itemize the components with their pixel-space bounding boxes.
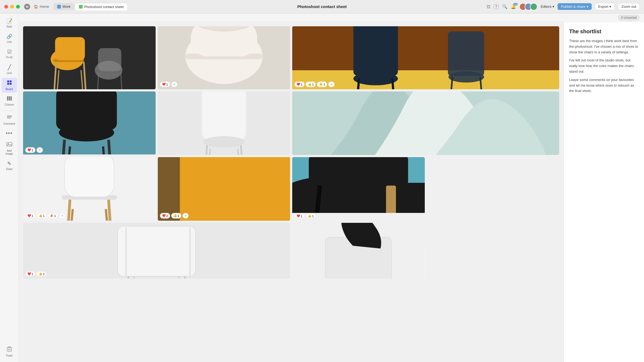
sidebar-item-board-label: Board (6, 88, 13, 91)
image-card-6[interactable] (292, 91, 559, 155)
sidebar-item-todo[interactable]: ☑ To-do (2, 47, 17, 61)
more-icon: ••• (6, 131, 13, 136)
reaction-bar-7: ❤️ 1 👍 1 🎉 1 + (25, 213, 65, 219)
svg-point-41 (353, 72, 398, 85)
reaction-bar-4: ❤️ 1 + (25, 147, 43, 153)
image-placeholder-1 (23, 26, 156, 89)
reaction-add-4[interactable]: + (36, 147, 43, 153)
unsorted-badge: 0 Unsorted (618, 15, 640, 20)
reaction-clap-3[interactable]: 👏 1 (317, 82, 327, 87)
help-icon[interactable]: ? (493, 4, 499, 9)
reaction-heart-7[interactable]: ❤️ 1 (25, 213, 35, 219)
reaction-add-7[interactable]: + (59, 213, 65, 219)
notifications-icon[interactable]: 🔔 21 (511, 4, 516, 9)
app-icon: M (24, 4, 30, 10)
sidebar-item-link[interactable]: 🔗 Link (2, 31, 17, 46)
reaction-thumb-7[interactable]: 👍 1 (36, 213, 47, 219)
tab-home[interactable]: 🏠 Home (30, 3, 53, 10)
svg-rect-3 (10, 83, 12, 85)
image-card-11[interactable] (292, 223, 425, 279)
publish-share-button[interactable]: Publish & share ▾ (558, 3, 591, 10)
column-icon (7, 96, 12, 102)
reaction-heart-8[interactable]: ❤️ 2 (160, 213, 170, 219)
sidebar-item-note-label: Note (6, 25, 12, 28)
svg-point-65 (203, 136, 245, 147)
svg-rect-0 (7, 80, 9, 82)
reaction-add-8[interactable]: + (182, 213, 189, 219)
reaction-thumb-3[interactable]: 👍 1 (306, 82, 316, 87)
reaction-heart-4[interactable]: ❤️ 1 (25, 147, 35, 153)
export-button[interactable]: Export ▾ (595, 3, 615, 10)
image-card-1[interactable] (23, 26, 156, 89)
device-icon[interactable]: ⊡ (487, 4, 490, 9)
titlebar-actions: ⊡ ? 🔍 🔔 21 Editors ▾ Publish & share ▾ E… (487, 3, 640, 10)
tab-home-label: Home (40, 5, 49, 9)
editors-chevron-icon: ▾ (552, 5, 554, 9)
image-placeholder-10 (23, 223, 290, 279)
sidebar-item-board[interactable]: Board (2, 78, 17, 93)
reaction-add-2[interactable]: + (171, 82, 178, 87)
minimize-button[interactable] (10, 5, 14, 9)
image-placeholder-6 (292, 91, 559, 155)
svg-rect-83 (118, 226, 195, 276)
sidebar-item-line-label: Line (7, 72, 12, 75)
reaction-heart-2[interactable]: ❤️ 1 (160, 82, 170, 87)
reaction-add-3[interactable]: + (328, 82, 335, 87)
sidebar-item-draw[interactable]: ✎ Draw (2, 158, 17, 173)
sidebar-item-line[interactable]: ╱ Line (2, 62, 17, 77)
close-button[interactable] (4, 5, 8, 9)
reaction-bar-9: ❤️ 1 👍 1 (294, 213, 316, 219)
reaction-thumb-9[interactable]: 👍 1 (306, 213, 316, 219)
tab-photoshoot[interactable]: Photoshoot contact sheet (75, 3, 128, 10)
reaction-heart-9[interactable]: ❤️ 1 (294, 213, 305, 219)
content-area: 0 Unsorted (19, 13, 644, 362)
image-placeholder-9 (292, 157, 425, 213)
zoom-out-button[interactable]: Zoom out (618, 3, 640, 10)
sidebar-item-trash[interactable]: Trash (2, 344, 17, 359)
sidebar-item-column[interactable]: Column (2, 94, 17, 108)
sidebar-item-comment[interactable]: Comment (2, 113, 17, 127)
image-placeholder-7 (23, 157, 156, 221)
image-card-7[interactable]: ❤️ 1 👍 1 🎉 1 + (23, 157, 156, 221)
image-card-3[interactable]: ❤️ 1 👍 1 👏 1 + (292, 26, 559, 89)
image-card-8[interactable]: ❤️ 2 👍 1 + (158, 157, 290, 221)
sidebar-item-note[interactable]: 📝 Note (2, 16, 17, 30)
image-card-2[interactable]: ❤️ 1 + (158, 26, 290, 89)
tab-work[interactable]: Work (53, 3, 74, 10)
reaction-heart-3[interactable]: ❤️ 1 (294, 82, 305, 87)
sidebar-item-draw-label: Draw (6, 168, 12, 171)
image-grid-panel: ❤️ 1 + (19, 22, 564, 362)
reaction-bar-3: ❤️ 1 👍 1 👏 1 + (294, 82, 335, 87)
svg-rect-2 (7, 83, 9, 85)
titlebar: M 🏠 Home Work Photoshoot contact sheet P… (0, 0, 644, 13)
reaction-party-7[interactable]: 🎉 1 (48, 213, 58, 219)
page-title: Photoshoot contact sheet (297, 4, 347, 9)
image-card-5[interactable] (158, 91, 290, 155)
svg-rect-31 (98, 48, 121, 71)
svg-rect-40 (353, 26, 398, 76)
draw-icon: ✎ (7, 161, 11, 167)
svg-rect-10 (7, 142, 12, 146)
todo-icon: ☑ (7, 49, 12, 55)
image-card-10[interactable]: ❤️ 1 👍 2 (23, 223, 290, 279)
image-card-9[interactable]: ❤️ 1 👍 1 (292, 157, 425, 221)
reaction-thumb-8[interactable]: 👍 1 (171, 213, 181, 219)
note-title: The shortlist (569, 28, 639, 35)
editors-button[interactable]: Editors ▾ (541, 5, 554, 9)
reaction-heart-10[interactable]: ❤️ 1 (25, 271, 35, 276)
note-panel: The shortlist These are the images I thi… (564, 22, 644, 362)
maximize-button[interactable] (16, 5, 20, 9)
sidebar-item-more[interactable]: ••• (2, 128, 17, 138)
image-card-4[interactable]: ❤️ 1 + (23, 91, 156, 155)
image-placeholder-3 (292, 26, 559, 89)
reaction-bar-10: ❤️ 1 👍 2 (25, 271, 47, 276)
note-para-3: Leave some comments on your favourites a… (569, 77, 639, 94)
search-icon[interactable]: 🔍 (502, 4, 507, 9)
sidebar-divider (4, 110, 15, 111)
reaction-thumb-10[interactable]: 👍 2 (36, 271, 47, 276)
svg-rect-44 (448, 31, 484, 76)
sidebar-item-addimage[interactable]: Add Image (2, 139, 17, 157)
svg-point-54 (59, 124, 114, 142)
tab-photoshoot-label: Photoshoot contact sheet (84, 5, 124, 9)
sidebar-item-addimage-label: Add Image (4, 149, 14, 155)
